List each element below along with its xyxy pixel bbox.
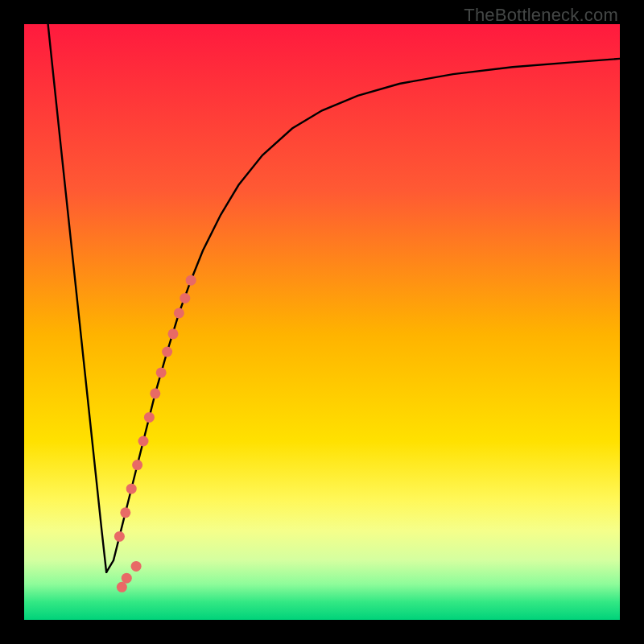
- highlight-dot: [168, 328, 179, 339]
- highlight-dot: [174, 308, 184, 318]
- highlight-dot: [126, 484, 137, 494]
- plot-area: [24, 24, 620, 620]
- highlight-dot: [144, 412, 155, 423]
- highlight-dot: [150, 388, 160, 398]
- highlight-dot: [117, 582, 127, 592]
- highlight-dot: [138, 436, 149, 447]
- highlight-dot: [131, 561, 142, 572]
- highlight-dot: [162, 347, 172, 357]
- highlight-dot: [114, 531, 125, 542]
- highlight-dot: [186, 275, 196, 286]
- highlight-dot: [180, 293, 190, 303]
- chart-frame: TheBottleneck.com: [0, 0, 644, 644]
- watermark-text: TheBottleneck.com: [464, 5, 618, 26]
- highlight-dot: [156, 367, 167, 378]
- gradient-bg: [24, 24, 620, 620]
- highlight-dot: [120, 507, 130, 518]
- highlight-dot: [132, 460, 142, 470]
- chart-svg: [24, 24, 620, 620]
- highlight-dot: [122, 573, 132, 584]
